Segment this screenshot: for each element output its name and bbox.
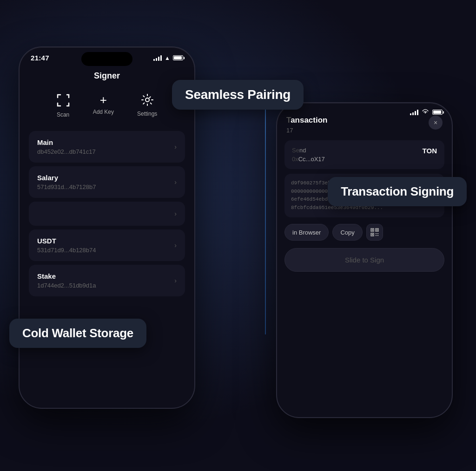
- wallet-addr-stake: 1d744ed2...51db9d1a: [37, 282, 96, 289]
- dynamic-island: [81, 52, 132, 66]
- tooltip-transaction-signing: Transaction Signing: [328, 177, 467, 206]
- phone-left: 21:47 ▲ Signer: [19, 46, 195, 409]
- scan-action[interactable]: Scan: [57, 94, 70, 118]
- qr-icon: [370, 228, 379, 236]
- phone-right-status: [277, 103, 452, 116]
- tooltip-seamless-pairing: Seamless Pairing: [172, 80, 304, 110]
- chevron-icon-usdt: ›: [174, 242, 177, 249]
- tx-network-value: 0xCc...oX17: [292, 156, 325, 163]
- qr-button[interactable]: [366, 224, 383, 241]
- phone-right: Tansaction 17 × Send 0xCc...oX17 TON d9f…: [276, 102, 453, 418]
- scan-label: Scan: [57, 111, 69, 118]
- signer-title: Signer: [29, 71, 185, 81]
- tooltip-cold-wallet-storage: Cold Wallet Storage: [9, 319, 146, 348]
- tx-network-label: Send: [292, 147, 325, 154]
- wallet-item-unnamed[interactable]: ›: [29, 202, 185, 226]
- wallet-addr-usdt: 531d71d9...4b128b74: [37, 247, 96, 254]
- wallet-item-stake[interactable]: Stake 1d744ed2...51db9d1a ›: [29, 265, 185, 296]
- svg-rect-8: [377, 233, 378, 234]
- tx-label: Tansaction: [286, 116, 327, 125]
- signal-icon: [153, 55, 162, 61]
- phone-left-content: Signer Scan + Add Key: [20, 62, 194, 300]
- wallet-item-salary[interactable]: Salary 571d931d...4b7128b7 ›: [29, 166, 185, 198]
- chevron-icon-main: ›: [174, 143, 177, 150]
- wallet-name-usdt: USDT: [37, 237, 96, 245]
- tx-close-button[interactable]: ×: [429, 116, 443, 130]
- svg-rect-2: [371, 229, 373, 231]
- settings-icon: [141, 94, 153, 108]
- scan-icon: [57, 94, 70, 109]
- tx-subtitle: 17: [286, 127, 327, 134]
- copy-button[interactable]: Copy: [332, 224, 362, 241]
- svg-rect-4: [376, 229, 377, 231]
- signal-bars-right: [410, 110, 418, 115]
- svg-rect-9: [376, 235, 377, 236]
- wallet-list: Main db452e02...db741c17 › Salary 571d93…: [29, 131, 185, 300]
- chevron-icon-salary: ›: [174, 178, 177, 186]
- tx-header: Tansaction 17 ×: [284, 116, 444, 134]
- add-key-icon: +: [100, 94, 107, 106]
- svg-rect-6: [371, 234, 373, 236]
- wallet-addr-main: db452e02...db741c17: [37, 148, 96, 155]
- add-key-action[interactable]: + Add Key: [93, 94, 114, 118]
- slide-to-sign-button[interactable]: Slide to Sign: [284, 248, 444, 272]
- wallet-name-stake: Stake: [37, 272, 96, 280]
- ton-badge: TON: [423, 147, 437, 155]
- wifi-icon-right: [422, 109, 429, 116]
- chevron-icon-stake: ›: [174, 277, 177, 284]
- wallet-name-salary: Salary: [37, 174, 96, 182]
- action-row: Scan + Add Key Settings: [29, 94, 185, 118]
- wallet-item-main[interactable]: Main db452e02...db741c17 ›: [29, 131, 185, 163]
- chevron-icon-unnamed: ›: [174, 210, 177, 217]
- tx-actions: in Browser Copy: [284, 224, 444, 241]
- phone-left-notch: 21:47 ▲: [20, 47, 194, 62]
- battery-icon-right: [432, 110, 443, 115]
- add-key-label: Add Key: [93, 109, 114, 115]
- connector-line: [265, 102, 266, 334]
- svg-rect-10: [377, 235, 378, 236]
- svg-rect-7: [376, 233, 377, 234]
- svg-point-0: [145, 98, 149, 102]
- wallet-name-main: Main: [37, 138, 96, 146]
- battery-icon: [173, 55, 183, 60]
- settings-action[interactable]: Settings: [137, 94, 157, 118]
- settings-label: Settings: [137, 111, 157, 117]
- wallet-addr-salary: 571d931d...4b7128b7: [37, 183, 96, 190]
- status-icons: ▲: [153, 55, 183, 61]
- wifi-icon: ▲: [165, 55, 170, 61]
- in-browser-button[interactable]: in Browser: [284, 224, 329, 241]
- wallet-item-usdt[interactable]: USDT 531d71d9...4b128b74 ›: [29, 229, 185, 261]
- tx-network-box: Send 0xCc...oX17 TON: [284, 140, 444, 169]
- phone-time: 21:47: [31, 54, 49, 62]
